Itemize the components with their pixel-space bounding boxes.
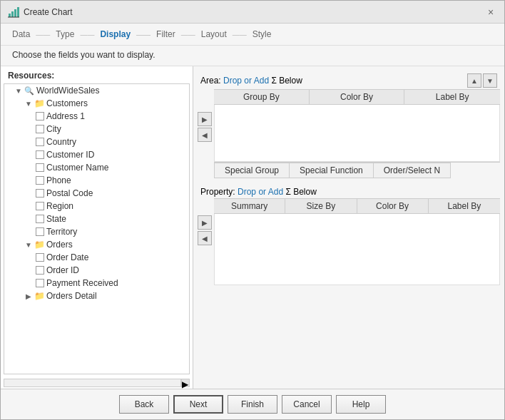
cancel-button[interactable]: Cancel (282, 395, 332, 414)
tree-label-ordersdetail: Orders Detail (46, 291, 97, 301)
field-icon-postalcode (36, 189, 44, 198)
expand-customers: ▼ (24, 99, 33, 108)
prop-col-summary: Summary (214, 199, 285, 213)
property-arrow-right[interactable]: ▶ (198, 215, 212, 230)
h-scrollbar[interactable] (4, 379, 181, 387)
tree-node-region[interactable]: Region (4, 200, 189, 212)
field-icon-orderdate (36, 253, 44, 262)
property-drop-table: Summary Size By Color By Label By (214, 198, 500, 285)
help-button[interactable]: Help (336, 395, 386, 414)
area-arrow-right[interactable]: ▶ (198, 112, 212, 126)
tree-node-orders[interactable]: ▼ 📁 Orders (4, 238, 189, 251)
tree-node-customerid[interactable]: Customer ID (4, 148, 189, 161)
area-section: Area: Drop or Add Σ Below ▲ ▼ ▶ ◀ (198, 71, 500, 178)
next-button[interactable]: Next (173, 395, 223, 414)
chart-icon (8, 6, 19, 18)
tree-label-customername: Customer Name (46, 163, 108, 173)
step-filter[interactable]: Filter (156, 29, 175, 39)
property-drop-body[interactable] (214, 214, 500, 285)
area-col-groupby: Group By (214, 90, 310, 104)
property-drop-hint: Drop or Add (238, 187, 283, 197)
tree-label-address1: Address 1 (46, 111, 85, 121)
dialog-title: Create Chart (24, 7, 73, 17)
tree-node-country[interactable]: Country (4, 135, 189, 148)
back-button[interactable]: Back (119, 395, 169, 414)
prop-col-colorby: Color By (357, 199, 429, 213)
prop-col-labelby: Label By (429, 199, 500, 213)
field-icon-territory (36, 227, 44, 236)
tree-node-orderid[interactable]: Order ID (4, 264, 189, 277)
step-data[interactable]: Data (12, 29, 30, 39)
step-style[interactable]: Style (252, 29, 272, 39)
area-nav-up[interactable]: ▲ (467, 73, 481, 88)
footer: Back Next Finish Cancel Help (1, 389, 504, 419)
tree-label-orders: Orders (46, 240, 73, 250)
area-drop-body[interactable] (214, 105, 500, 162)
tree-label-city: City (46, 124, 61, 134)
tree-node-paymentreceived[interactable]: Payment Received (4, 277, 189, 290)
tree-node-worldwidesales[interactable]: ▼ 🔍 WorldWideSales (4, 84, 189, 97)
tree-node-phone[interactable]: Phone (4, 174, 189, 187)
area-arrow-left[interactable]: ◀ (198, 128, 212, 142)
folder-icon-customers: 📁 (34, 98, 44, 108)
step-type[interactable]: Type (56, 29, 74, 39)
property-label: Property: Drop or Add Σ Below (200, 187, 317, 197)
property-arrow-left[interactable]: ◀ (198, 231, 212, 245)
step-layout[interactable]: Layout (201, 29, 227, 39)
area-sigma: Σ (271, 76, 276, 86)
field-icon-address1 (36, 112, 44, 121)
tab-special-function[interactable]: Special Function (289, 163, 374, 178)
finish-button[interactable]: Finish (228, 395, 277, 414)
expand-worldwidesales: ▼ (14, 86, 23, 95)
create-chart-dialog: Create Chart × Data —— Type —— Display —… (0, 0, 505, 420)
divider-2: —— (80, 31, 94, 39)
search-icon: 🔍 (24, 86, 34, 96)
step-display[interactable]: Display (100, 29, 131, 39)
tree-node-city[interactable]: City (4, 123, 189, 135)
prop-col-sizeby: Size By (285, 199, 357, 213)
field-icon-customername (36, 163, 44, 172)
tab-order-select-n[interactable]: Order/Select N (373, 163, 451, 178)
tree-label-customers: Customers (46, 98, 88, 108)
scroll-right-btn[interactable]: ▶ (181, 379, 190, 387)
area-label-text: Area: (200, 76, 223, 86)
area-content-row: ▶ ◀ Group By Color By Label By Special G… (198, 89, 500, 178)
left-panel: Resources: ▼ 🔍 WorldWideSales ▼ 📁 Custom… (1, 66, 193, 389)
tree-node-orderdate[interactable]: Order Date (4, 251, 189, 264)
divider-4: —— (181, 31, 195, 39)
field-icon-paymentreceived (36, 279, 44, 287)
field-icon-city (36, 125, 44, 133)
area-arrow-buttons: ▶ ◀ (198, 89, 212, 142)
tree-node-address1[interactable]: Address 1 (4, 110, 189, 123)
tree-node-customers[interactable]: ▼ 📁 Customers (4, 97, 189, 110)
property-label-text: Property: (200, 187, 238, 197)
field-icon-orderid (36, 266, 44, 275)
tree-label-worldwidesales: WorldWideSales (36, 86, 99, 96)
tab-special-group[interactable]: Special Group (214, 163, 290, 178)
tree-node-state[interactable]: State (4, 212, 189, 225)
area-below: Below (279, 76, 302, 86)
tree-label-territory: Territory (46, 227, 77, 237)
property-below: Below (293, 187, 317, 197)
area-tabs-row: Special Group Special Function Order/Sel… (214, 162, 500, 178)
property-content-row: ▶ ◀ Summary Size By Color By Label By (198, 198, 500, 285)
tree-label-phone: Phone (46, 175, 71, 185)
close-button[interactable]: × (484, 6, 497, 19)
tree-label-orderid: Order ID (46, 265, 79, 275)
property-column-headers: Summary Size By Color By Label By (214, 198, 500, 214)
tree-node-customername[interactable]: Customer Name (4, 161, 189, 174)
folder-icon-ordersdetail: 📁 (34, 291, 44, 301)
right-panel: Area: Drop or Add Σ Below ▲ ▼ ▶ ◀ (193, 66, 504, 389)
area-drop-hint: Drop or Add (223, 76, 269, 86)
tree-node-territory[interactable]: Territory (4, 225, 189, 238)
area-label: Area: Drop or Add Σ Below (200, 76, 302, 86)
property-sigma: Σ (285, 187, 290, 197)
tree-label-region: Region (46, 201, 73, 211)
tree-node-ordersdetail[interactable]: ▶ 📁 Orders Detail (4, 290, 189, 302)
field-icon-phone (36, 176, 44, 185)
property-section: Property: Drop or Add Σ Below ▶ ◀ S (198, 184, 500, 285)
tree-node-postalcode[interactable]: Postal Code (4, 187, 189, 200)
tree-container[interactable]: ▼ 🔍 WorldWideSales ▼ 📁 Customers Address… (4, 83, 190, 374)
area-nav-down[interactable]: ▼ (483, 73, 497, 88)
tree-label-paymentreceived: Payment Received (46, 278, 118, 288)
